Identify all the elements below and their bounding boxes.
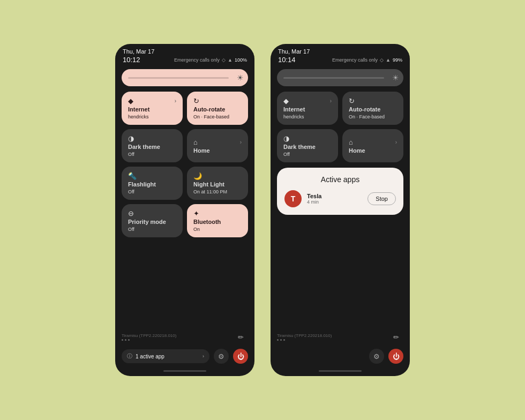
auto-rotate-icon-r: ↻ [349, 97, 355, 105]
date-left: Thu, Mar 17 [123, 48, 247, 55]
home-chevron: › [240, 139, 242, 145]
internet-title: Internet [128, 106, 176, 112]
priority-subtitle: Off [128, 227, 176, 232]
internet-icon-r: ◆ [283, 97, 289, 105]
tesla-icon: T [284, 190, 302, 207]
brightness-row-left[interactable]: ☀ [115, 66, 254, 89]
power-icon-left[interactable]: ⏻ [233, 349, 248, 364]
tile-priority-mode[interactable]: ⊖ Priority mode Off [122, 204, 183, 237]
home-indicator-right [319, 370, 362, 372]
active-app-chevron: › [202, 354, 204, 359]
active-app-bar[interactable]: ⓘ 1 active app › [122, 349, 209, 363]
modal-app-row: T Tesla 4 min Stop [284, 190, 396, 207]
bottom-bar-left: Tiramisu (TPP2.220218.010) ✏ [115, 325, 254, 349]
phone-left: Thu, Mar 17 10:12 Emergency calls only ◇… [115, 44, 254, 376]
dot-r2 [280, 339, 282, 341]
internet-chevron: › [175, 98, 176, 104]
tile-bluetooth[interactable]: ✦ Bluetooth On [187, 204, 248, 237]
dot-1 [122, 339, 123, 341]
status-bar-right: Thu, Mar 17 10:14 Emergency calls only ◇… [271, 44, 410, 66]
home-chevron-r: › [395, 139, 397, 145]
edit-icon-left[interactable]: ✏ [233, 329, 248, 344]
home-title-r: Home [349, 147, 397, 154]
internet-subtitle: hendricks [128, 114, 176, 119]
home-title: Home [193, 147, 242, 154]
battery-right: 99% [393, 57, 402, 63]
tile-night-light[interactable]: 🌙 Night Light On at 11:00 PM [187, 167, 248, 200]
wifi-icon: ▲ [228, 57, 232, 63]
auto-rotate-subtitle-r: On · Face-based [349, 114, 397, 119]
tile-auto-rotate[interactable]: ↻ Auto-rotate On · Face-based [187, 92, 248, 125]
night-light-icon: 🌙 [193, 172, 202, 180]
build-info-left: Tiramisu (TPP2.220218.010) [122, 333, 230, 338]
tile-home-r[interactable]: ⌂ › Home [342, 129, 403, 162]
brightness-row-right[interactable]: ☀ [271, 66, 410, 89]
dot-r1 [277, 339, 279, 341]
dots-left [122, 339, 230, 341]
time-left: 10:12 [123, 56, 140, 64]
settings-icon-left[interactable]: ⚙ [214, 349, 229, 364]
build-info-right: Tiramisu (TPP2.220218.010) [277, 333, 385, 338]
internet-title-r: Internet [283, 106, 332, 112]
bottom-bar-right: Tiramisu (TPP2.220218.010) ✏ [271, 325, 410, 349]
status-bar-left: Thu, Mar 17 10:12 Emergency calls only ◇… [115, 44, 254, 66]
home-indicator-left [163, 370, 206, 372]
internet-chevron-r: › [330, 98, 332, 104]
dark-theme-icon: ◑ [128, 134, 134, 142]
phone-right: Thu, Mar 17 10:14 Emergency calls only ◇… [271, 44, 410, 376]
night-light-title: Night Light [193, 181, 242, 188]
settings-icon-right[interactable]: ⚙ [369, 349, 384, 364]
tile-dark-theme-r[interactable]: ◑ Dark theme Off [277, 129, 338, 162]
dark-theme-subtitle-r: Off [283, 152, 332, 157]
tile-flashlight[interactable]: 🔦 Flashlight Off [122, 167, 183, 200]
tile-internet-r[interactable]: ◆ › Internet hendricks [277, 92, 338, 125]
emergency-left: Emergency calls only [174, 57, 220, 63]
emergency-right: Emergency calls only [332, 57, 378, 63]
dots-right [277, 339, 385, 341]
dot-r3 [283, 339, 285, 341]
power-icon-right[interactable]: ⏻ [388, 349, 403, 364]
priority-icon: ⊖ [128, 209, 134, 218]
auto-rotate-title-r: Auto-rotate [349, 106, 397, 112]
status-right-right: Emergency calls only ◇ ▲ 99% [332, 57, 402, 63]
bottom-icons-right: ⚙ ⏻ [271, 349, 410, 367]
active-apps-modal: Active apps T Tesla 4 min Stop [277, 168, 403, 215]
bluetooth-icon: ✦ [193, 209, 199, 218]
battery-left: 100% [235, 57, 247, 63]
brightness-bar-right[interactable]: ☀ [277, 69, 403, 86]
tile-auto-rotate-r[interactable]: ↻ Auto-rotate On · Face-based [342, 92, 403, 125]
active-app-text: 1 active app [136, 354, 199, 359]
dark-theme-title: Dark theme [128, 144, 176, 150]
tile-internet[interactable]: ◆ › Internet hendricks [122, 92, 183, 125]
modal-title: Active apps [284, 175, 396, 184]
quick-tiles-left: ◆ › Internet hendricks ↻ Auto-rotate On … [115, 89, 254, 239]
dark-theme-title-r: Dark theme [283, 144, 332, 150]
brightness-icon-left: ☀ [237, 73, 244, 82]
tile-home[interactable]: ⌂ › Home [187, 129, 248, 162]
dark-theme-subtitle: Off [128, 152, 176, 157]
dot-3 [128, 339, 130, 341]
auto-rotate-title: Auto-rotate [193, 106, 242, 112]
bluetooth-subtitle: On [193, 227, 242, 232]
quick-tiles-right: ◆ › Internet hendricks ↻ Auto-rotate On … [271, 89, 410, 164]
internet-icon: ◆ [128, 97, 133, 105]
brightness-bar-left[interactable]: ☀ [122, 69, 248, 86]
date-right: Thu, Mar 17 [278, 48, 402, 55]
edit-icon-right[interactable]: ✏ [388, 329, 403, 344]
brightness-track-left [128, 77, 229, 79]
flashlight-subtitle: Off [128, 189, 176, 194]
flashlight-icon: 🔦 [128, 172, 137, 180]
priority-title: Priority mode [128, 219, 176, 225]
stop-button[interactable]: Stop [368, 192, 396, 205]
active-app-section: ⓘ 1 active app › ⚙ ⏻ [115, 349, 254, 367]
auto-rotate-icon: ↻ [193, 97, 199, 105]
flashlight-title: Flashlight [128, 181, 176, 188]
app-duration: 4 min [307, 199, 362, 205]
signal-icon: ◇ [222, 57, 226, 63]
auto-rotate-subtitle: On · Face-based [193, 114, 242, 119]
tile-dark-theme[interactable]: ◑ Dark theme Off [122, 129, 183, 162]
wifi-icon-r: ▲ [386, 57, 391, 63]
night-light-subtitle: On at 11:00 PM [193, 189, 242, 194]
signal-icon-r: ◇ [380, 57, 384, 63]
home-icon-r: ⌂ [349, 138, 353, 146]
